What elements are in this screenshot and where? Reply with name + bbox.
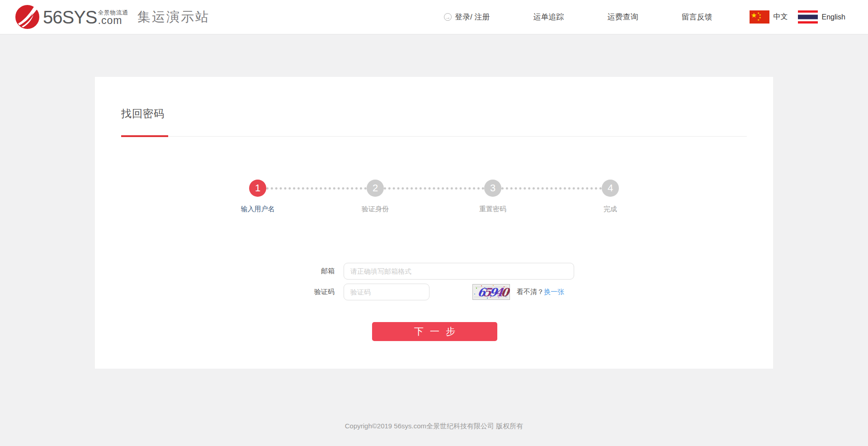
step-3-reset-password: 3 重置密码 (484, 180, 501, 197)
page-body: 找回密码 1 输入用户名 2 验证身份 3 重置密码 (0, 34, 868, 431)
email-row: 邮箱 (95, 263, 773, 280)
main-nav: → 登录/ 注册 运单追踪 运费查询 留言反馈 ★ ★ ★ ★ ★ 中文 (444, 10, 845, 24)
step-1-circle: 1 (249, 180, 266, 197)
title-divider (121, 136, 747, 137)
step-1-label: 输入用户名 (241, 205, 275, 214)
lang-chinese[interactable]: ★ ★ ★ ★ ★ 中文 (750, 10, 788, 24)
lang-english[interactable]: English (798, 10, 845, 24)
step-3-label: 重置密码 (479, 205, 506, 214)
nav-login-register[interactable]: → 登录/ 注册 (444, 12, 490, 22)
site-header: 56SYS 全景物流通 .com 集运演示站 → 登录/ 注册 运单追踪 运费查… (0, 0, 868, 34)
page-title: 找回密码 (95, 77, 773, 121)
copyright-text: Copyrigh©2019 56sys.com全景世纪科技有限公司 版权所有 (345, 422, 523, 430)
password-recovery-card: 找回密码 1 输入用户名 2 验证身份 3 重置密码 (95, 77, 773, 369)
progress-stepper: 1 输入用户名 2 验证身份 3 重置密码 4 完成 (95, 180, 773, 221)
captcha-hint-text: 看不清？ (517, 288, 544, 296)
china-flag-icon: ★ ★ ★ ★ ★ (750, 10, 769, 24)
nav-waybill-tracking[interactable]: 运单追踪 (533, 12, 564, 22)
step-2-label: 验证身份 (362, 205, 389, 214)
nav-tracking-label: 运单追踪 (533, 12, 564, 22)
captcha-input[interactable] (344, 284, 429, 300)
thailand-flag-icon (798, 10, 818, 24)
captcha-image[interactable]: 6 5 9 4 0 (472, 284, 510, 300)
brand-name: 56SYS (43, 9, 97, 25)
next-step-button[interactable]: 下一步 (372, 322, 497, 341)
lang-chinese-label: 中文 (774, 12, 788, 22)
svg-text:★: ★ (757, 19, 760, 21)
nav-feedback[interactable]: 留言反馈 (682, 12, 712, 22)
logo-swoosh-icon (15, 5, 39, 29)
nav-freight-inquiry[interactable]: 运费查询 (608, 12, 638, 22)
email-label: 邮箱 (95, 267, 335, 275)
step-connector (384, 187, 484, 190)
nav-feedback-label: 留言反馈 (682, 12, 712, 22)
nav-login-label: 登录/ 注册 (455, 12, 490, 22)
step-4-circle: 4 (602, 180, 619, 197)
step-connector (501, 187, 602, 190)
site-logo[interactable]: 56SYS 全景物流通 .com 集运演示站 (15, 5, 210, 29)
page-footer: Copyrigh©2019 56sys.com全景世纪科技有限公司 版权所有 (0, 422, 868, 431)
login-arrow-icon: → (444, 13, 452, 21)
step-1-enter-username: 1 输入用户名 (249, 180, 266, 197)
step-4-label: 完成 (604, 205, 617, 214)
step-2-circle: 2 (367, 180, 384, 197)
site-name: 集运演示站 (137, 8, 210, 26)
recovery-form: 邮箱 验证码 (95, 263, 773, 341)
lang-english-label: English (822, 13, 845, 21)
title-underline-accent (121, 135, 168, 137)
brand-suffix: .com (98, 16, 129, 25)
email-input[interactable] (344, 263, 574, 280)
language-switcher: ★ ★ ★ ★ ★ 中文 English (750, 10, 845, 24)
captcha-label: 验证码 (95, 288, 335, 296)
nav-freight-label: 运费查询 (608, 12, 638, 22)
step-2-verify-identity: 2 验证身份 (367, 180, 384, 197)
svg-text:★: ★ (751, 11, 757, 19)
step-3-circle: 3 (484, 180, 501, 197)
captcha-refresh-link[interactable]: 换一张 (544, 288, 564, 296)
captcha-row: 验证码 (95, 284, 773, 300)
step-4-complete: 4 完成 (602, 180, 619, 197)
brand-text: 56SYS 全景物流通 .com (43, 9, 128, 25)
step-connector (266, 187, 367, 190)
